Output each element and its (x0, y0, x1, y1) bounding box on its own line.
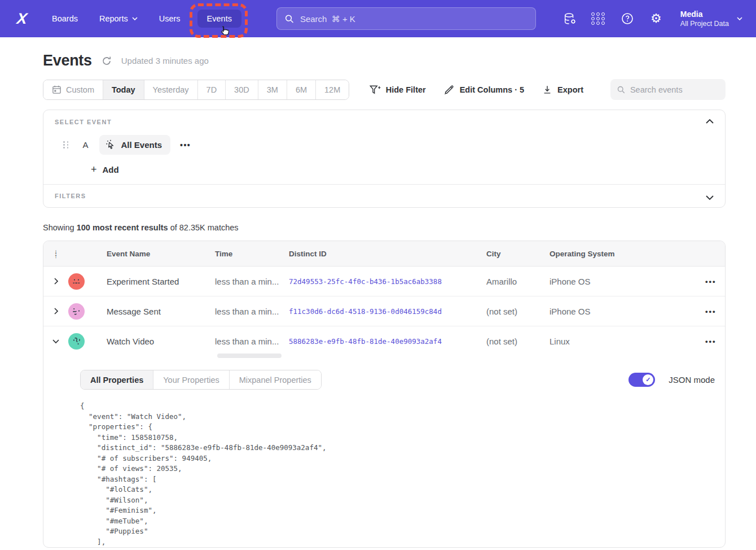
table-row-expanded[interactable]: Watch Video less than a min... 5886283e-… (43, 326, 725, 356)
toggle-check-icon: ✓ (643, 374, 653, 385)
download-icon (542, 85, 552, 95)
row-more-button[interactable]: ••• (654, 277, 725, 286)
event-name-cell: Watch Video (99, 337, 207, 346)
mixpanel-logo-icon[interactable]: X (14, 10, 30, 27)
sparkle-cursor-icon (106, 139, 116, 150)
os-cell: iPhone OS (542, 277, 654, 286)
date-range-yesterday[interactable]: Yesterday (144, 80, 198, 99)
search-events-input[interactable] (630, 85, 719, 94)
project-name: Media (680, 10, 729, 19)
properties-tabs: All Properties Your Properties Mixpanel … (80, 370, 322, 390)
help-icon[interactable] (621, 12, 634, 25)
row-more-button[interactable]: ••• (654, 307, 725, 316)
event-detail-panel: All Properties Your Properties Mixpanel … (43, 353, 725, 547)
table-header-row: ↓↑ Event Name Time Distinct ID City Oper… (43, 241, 725, 267)
global-search-input[interactable] (300, 14, 528, 24)
json-mode-toggle[interactable]: ✓ (628, 373, 655, 387)
col-header-event-name[interactable]: Event Name (99, 250, 207, 258)
filters-section[interactable]: FILTERS (43, 184, 725, 207)
distinct-id-link[interactable]: 5886283e-e9fb-48fb-81de-40e9093a2af4 (281, 337, 478, 346)
calendar-icon (52, 85, 61, 94)
date-range-control: Custom Today Yesterday 7D 30D 3M 6M 12M (43, 80, 349, 100)
event-name-cell: Experiment Started (99, 277, 207, 286)
event-avatar (68, 333, 85, 350)
tab-your-properties[interactable]: Your Properties (153, 370, 229, 389)
collapse-section-icon[interactable] (706, 117, 714, 125)
project-selector[interactable]: Media All Project Data (680, 10, 742, 28)
refresh-icon[interactable] (101, 55, 112, 67)
nav-item-reports[interactable]: Reports (99, 14, 138, 23)
nav-item-events[interactable]: Events (197, 10, 241, 28)
search-events-field[interactable] (610, 79, 726, 100)
date-range-today[interactable]: Today (103, 80, 144, 99)
tab-all-properties[interactable]: All Properties (81, 370, 153, 389)
search-icon (617, 85, 625, 94)
select-event-label: SELECT EVENT (55, 119, 714, 125)
city-cell: Amarillo (478, 277, 542, 286)
plus-icon: + (91, 164, 97, 174)
horizontal-scrollbar-thumb[interactable] (217, 353, 282, 358)
select-event-section: SELECT EVENT A All Events ••• + Add (43, 110, 725, 184)
expand-row-icon[interactable] (43, 278, 68, 285)
time-cell: less than a min... (207, 337, 281, 346)
col-header-city[interactable]: City (478, 250, 542, 258)
data-management-icon[interactable] (563, 12, 577, 25)
results-summary: Showing 100 most recent results of 82.35… (43, 223, 726, 232)
nav-item-users[interactable]: Users (159, 14, 181, 23)
event-avatar (68, 303, 85, 320)
pencil-icon (444, 84, 455, 95)
city-cell: (not set) (478, 307, 542, 316)
date-range-3m[interactable]: 3M (258, 80, 287, 99)
date-range-custom[interactable]: Custom (43, 80, 103, 99)
table-row[interactable]: Experiment Started less than a min... 72… (43, 267, 725, 296)
event-json-content: { "event": "Watch Video", "properties": … (80, 401, 715, 547)
search-icon (285, 14, 294, 24)
project-scope: All Project Data (680, 20, 729, 28)
expand-section-icon[interactable] (706, 194, 714, 202)
filter-funnel-icon (370, 85, 381, 95)
chevron-down-icon (132, 17, 138, 20)
collapse-row-icon[interactable] (43, 339, 68, 344)
time-cell: less than a min... (207, 277, 281, 286)
col-header-os[interactable]: Operating System (542, 250, 654, 258)
os-cell: iPhone OS (542, 307, 654, 316)
distinct-id-link[interactable]: f11c30d6-dc6d-4518-9136-0d046159c84d (281, 307, 478, 316)
json-mode-label: JSON mode (669, 375, 715, 385)
events-table: ↓↑ Event Name Time Distinct ID City Oper… (43, 241, 726, 548)
drag-handle-icon[interactable] (63, 141, 69, 149)
table-row[interactable]: Message Sent less than a min... f11c30d6… (43, 296, 725, 326)
filters-label: FILTERS (55, 193, 714, 199)
nav-item-boards[interactable]: Boards (52, 14, 78, 23)
expand-row-icon[interactable] (43, 308, 68, 315)
event-more-button[interactable]: ••• (180, 141, 191, 150)
event-avatar (68, 273, 85, 290)
date-range-12m[interactable]: 12M (316, 80, 349, 99)
tab-mixpanel-properties[interactable]: Mixpanel Properties (230, 370, 321, 389)
chevron-down-icon (737, 17, 742, 20)
apps-grid-icon[interactable] (592, 12, 605, 25)
row-more-button[interactable]: ••• (654, 337, 725, 346)
event-name-cell: Message Sent (99, 307, 207, 316)
export-button[interactable]: Export (542, 85, 583, 95)
date-range-30d[interactable]: 30D (226, 80, 258, 99)
query-builder-card: SELECT EVENT A All Events ••• + Add (43, 110, 726, 208)
col-header-time[interactable]: Time (207, 250, 281, 258)
global-search[interactable] (276, 7, 536, 30)
clause-letter: A (83, 140, 89, 150)
distinct-id-link[interactable]: 72d49553-25fc-4f0c-b436-1b5ac6ab3388 (281, 277, 478, 286)
settings-gear-icon[interactable]: ⚙ (649, 12, 663, 25)
page-title: Events (43, 52, 92, 69)
hide-filter-button[interactable]: Hide Filter (370, 85, 426, 95)
top-navbar: X Boards Reports Users Events ⚙ Media (0, 0, 756, 37)
event-selector-button[interactable]: All Events (99, 135, 171, 155)
date-range-7d[interactable]: 7D (198, 80, 226, 99)
event-clause-row: A All Events ••• (55, 135, 714, 155)
os-cell: Linux (542, 337, 654, 346)
date-range-6m[interactable]: 6M (287, 80, 316, 99)
add-event-button[interactable]: + Add (91, 164, 119, 174)
col-header-distinct-id[interactable]: Distinct ID (281, 250, 478, 258)
time-cell: less than a min... (207, 307, 281, 316)
edit-columns-button[interactable]: Edit Columns · 5 (444, 84, 524, 95)
collapse-all-rows-icon[interactable]: ↓↑ (43, 249, 68, 258)
last-updated-text: Updated 3 minutes ago (121, 56, 209, 66)
